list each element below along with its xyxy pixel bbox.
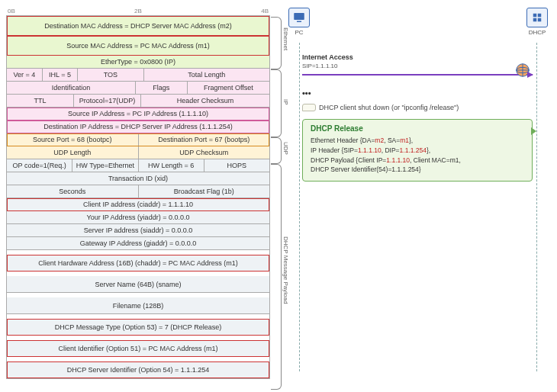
svg-rect-4 <box>533 18 537 22</box>
ip-ver: Ver = 4 <box>7 69 43 81</box>
dhcp-xid: Transaction ID (xid) <box>7 172 269 185</box>
udp-dport: Destination Port = 67 (bootps) <box>139 133 270 146</box>
release-line-eth: Ethernet Header {DA=m2, SA=m1}, <box>311 136 524 146</box>
dhcp-hops: HOPS <box>204 159 269 172</box>
brace-udp <box>271 137 282 164</box>
ip-dst: Destination IP Address = DHCP Server IP … <box>7 120 269 133</box>
node-dhcp-label: DHCP <box>529 29 546 36</box>
brace-ip <box>271 69 282 137</box>
shutdown-note: DHCP client shut down (or "ipconfig /rel… <box>302 104 533 111</box>
byte-scale: 0B 2B 4B <box>6 8 270 15</box>
lifeline-pc <box>299 43 300 371</box>
dhcp-file: Filename (128B) <box>7 297 269 313</box>
brace-dhcp <box>271 164 282 390</box>
ip-id: Identification <box>7 82 136 94</box>
dhcp-sname: Server Name (64B) (sname) <box>7 276 269 292</box>
svg-rect-2 <box>533 14 537 18</box>
udp-sport: Source Port = 68 (bootpc) <box>7 133 139 146</box>
ip-src: Source IP Address = PC IP Address (1.1.1… <box>7 108 269 120</box>
svg-rect-1 <box>297 21 301 23</box>
scale-2b: 2B <box>134 8 142 14</box>
svg-rect-3 <box>538 14 542 18</box>
packet-table: Destination MAC Address = DHCP Server MA… <box>6 15 270 379</box>
eth-dst: Destination MAC Address = DHCP Server MA… <box>7 16 269 35</box>
sequence-diagram: PC DHCP Internet Access SIP=1.1.1.10 •••… <box>285 8 551 379</box>
node-dhcp: DHCP <box>526 8 548 36</box>
scale-0b: 0B <box>8 8 15 14</box>
shutdown-note-text: DHCP client shut down (or "ipconfig /rel… <box>319 104 459 111</box>
dhcp-bflag: Broadcast Flag (1b) <box>139 185 270 198</box>
dhcp-chaddr: Client Hardware Address (16B) (chaddr) =… <box>7 255 269 271</box>
svg-rect-0 <box>294 13 304 20</box>
dhcp-ciaddr: Client IP address (ciaddr) = 1.1.1.10 <box>7 198 269 210</box>
msg-internet-access: Internet Access SIP=1.1.1.10 <box>302 53 533 76</box>
release-line-payload1: DHCP Payload {Client IP=1.1.1.10, Client… <box>311 156 524 165</box>
dhcp-hwl: HW Length = 6 <box>139 159 204 172</box>
ip-ttl: TTL <box>7 95 74 107</box>
pc-icon <box>292 11 306 24</box>
ip-flags: Flags <box>136 82 188 94</box>
ip-tos: TOS <box>78 69 143 81</box>
release-line-payload2: DHCP Server Identifier(54)=1.1.1.254} <box>311 165 524 175</box>
dhcp-opt51: Client Identifier (Option 51) = PC MAC A… <box>7 340 269 356</box>
ip-proto: Protocol=17(UDP) <box>74 95 141 107</box>
dhcp-hwt: HW Type=Ethernet <box>72 159 138 172</box>
lifeline-dhcp <box>536 43 537 371</box>
scale-4b: 4B <box>261 8 269 14</box>
eth-src: Source MAC Address = PC MAC Address (m1) <box>7 36 269 55</box>
dhcp-opt54: DHCP Server Identifier (Option 54) = 1.1… <box>7 361 269 378</box>
udp-len: UDP Length <box>7 146 139 159</box>
ip-frag: Fragment Offset <box>188 82 269 94</box>
msg-dhcp-release: DHCP Release Ethernet Header {DA=m2, SA=… <box>302 119 533 182</box>
ellipsis-icon: ••• <box>302 88 533 98</box>
arrow-internet <box>302 74 533 76</box>
ip-ihl: IHL = 5 <box>43 69 79 81</box>
brace-ethernet <box>271 17 282 69</box>
udp-chk: UDP Checksum <box>139 146 270 159</box>
globe-icon <box>514 62 531 79</box>
dhcp-icon <box>530 11 544 24</box>
eth-type: EtherType = 0x0800 (IP) <box>7 56 269 68</box>
note-flag-icon <box>302 104 316 111</box>
internet-access-title: Internet Access <box>302 53 533 61</box>
release-line-ip: IP Header {SIP=1.1.1.10, DIP=1.1.1.254}, <box>311 146 524 156</box>
ip-chk: Header Checksum <box>141 95 269 107</box>
dhcp-op: OP code=1(Req.) <box>7 159 72 172</box>
node-pc-label: PC <box>295 29 303 36</box>
dhcp-opt53: DHCP Message Type (Option 53) = 7 (DHCP … <box>7 319 269 335</box>
internet-access-sip: SIP=1.1.1.10 <box>302 63 533 69</box>
dhcp-secs: Seconds <box>7 185 139 198</box>
ip-tlen: Total Length <box>144 69 270 81</box>
release-title: DHCP Release <box>311 124 524 133</box>
dhcp-giaddr: Gateway IP Address (giaddr) = 0.0.0.0 <box>7 237 269 249</box>
dhcp-yiaddr: Your IP Address (yiaddr) = 0.0.0.0 <box>7 211 269 223</box>
dhcp-siaddr: Server IP address (siaddr) = 0.0.0.0 <box>7 224 269 236</box>
node-pc: PC <box>288 8 310 36</box>
svg-rect-5 <box>538 18 542 22</box>
